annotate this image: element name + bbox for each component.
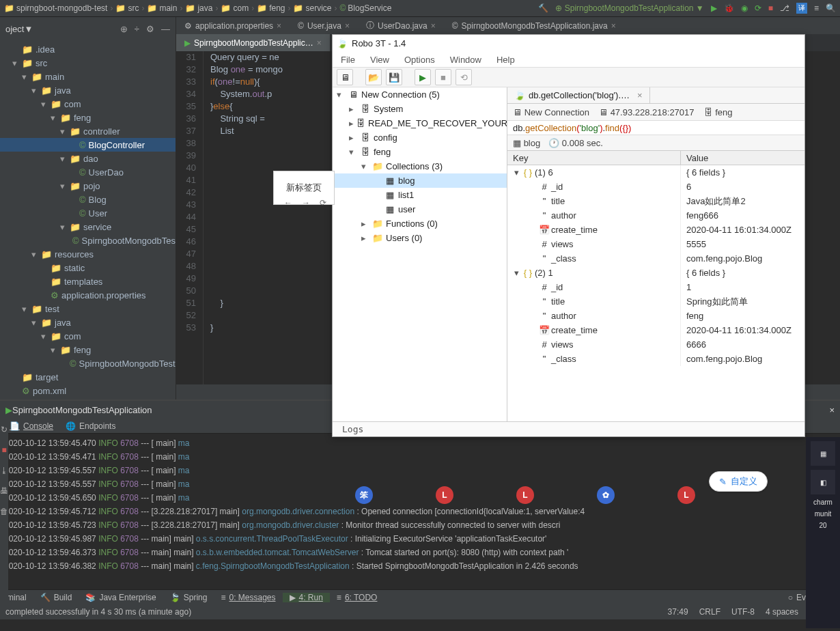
- project-item-com[interactable]: ▾📁com: [0, 329, 176, 343]
- editor-tab-user-java[interactable]: ©User.java×: [290, 17, 358, 34]
- project-item-application-properties[interactable]: ⚙application.properties: [0, 288, 176, 302]
- project-item-feng[interactable]: ▾📁feng: [0, 343, 176, 356]
- editor-tab-application-properties[interactable]: ⚙application.properties×: [176, 17, 290, 34]
- robo-tree-system[interactable]: ▸🗄System: [333, 102, 507, 116]
- project-item-test[interactable]: ▾📁test: [0, 302, 176, 316]
- btm-todo[interactable]: ≡ 6: TODO: [330, 593, 384, 602]
- project-item-static[interactable]: 📁static: [0, 261, 176, 275]
- shortcut-5[interactable]: L: [677, 486, 695, 504]
- shortcut-1[interactable]: 笨: [355, 486, 373, 504]
- run-config-selector[interactable]: ⊕ SpirngbootMongodbTestApplication ▼: [555, 3, 703, 13]
- project-item-controller[interactable]: ▾📁controller: [0, 124, 176, 138]
- project-item-java[interactable]: ▾📁java: [0, 316, 176, 329]
- breadcrumb-root[interactable]: 📁spirngboot-mongodb-test: [4, 3, 107, 13]
- robo3t-window[interactable]: 🍃 Robo 3T - 1.4 File View Options Window…: [332, 34, 805, 437]
- robo-connect-icon[interactable]: 🖥: [337, 69, 353, 85]
- robo-tree-list1[interactable]: ▦list1: [333, 188, 507, 202]
- project-item-blog[interactable]: ©Blog: [0, 193, 176, 206]
- robo-execute-icon[interactable]: ▶: [415, 69, 431, 85]
- doc-field-_id[interactable]: #_id6: [507, 180, 804, 194]
- project-item-pojo[interactable]: ▾📁pojo: [0, 179, 176, 193]
- project-item-user[interactable]: ©User: [0, 206, 176, 220]
- robo-tree-read_me_to_recover_your_-[interactable]: ▸🗄READ_ME_TO_RECOVER_YOUR_…: [333, 116, 507, 130]
- breadcrumb-file[interactable]: ©BlogService: [340, 3, 392, 13]
- btm-messages[interactable]: ≡ 0: Messages: [214, 593, 282, 602]
- robo-tree-user[interactable]: ▦user: [333, 202, 507, 216]
- customize-button[interactable]: ✎自定义: [709, 471, 768, 492]
- robo-conn-header[interactable]: ▾🖥New Connection (5): [333, 87, 507, 102]
- robo-query-editor[interactable]: db.getCollection('blog').find({}): [507, 120, 804, 135]
- rail-print-icon[interactable]: 🖶: [0, 486, 8, 496]
- robo-menu-options[interactable]: Options: [404, 55, 435, 65]
- project-item-templates[interactable]: 📁templates: [0, 275, 176, 288]
- btm-run[interactable]: ▶ 4: Run: [283, 593, 330, 602]
- project-tool-window[interactable]: oject ▼ ⊕ ÷ ⚙ — 📁.idea▾📁src▾📁main▾📁java▾…: [0, 17, 176, 399]
- rail-rerun-icon[interactable]: ↻: [1, 425, 8, 434]
- robo-tab-blog-query[interactable]: 🍃 db.getCollection('blog').… ×: [507, 87, 650, 103]
- project-item-service[interactable]: ▾📁service: [0, 220, 176, 234]
- project-item-spirngbootmongodbtest[interactable]: ©SpirngbootMongodbTest: [0, 356, 176, 370]
- robo-rotate-icon[interactable]: ⟲: [456, 69, 472, 85]
- collapse-icon[interactable]: —: [161, 24, 170, 34]
- project-item-spirngboot-mongodb-test-iml[interactable]: ⚙spirngboot-mongodb-test.iml: [0, 397, 176, 399]
- grid-header-key[interactable]: Key: [507, 151, 681, 165]
- breadcrumb-feng[interactable]: 📁feng: [257, 3, 285, 13]
- robo-open-icon[interactable]: 📂: [365, 69, 382, 85]
- robo-menu-view[interactable]: View: [370, 55, 389, 65]
- run-close-icon[interactable]: ×: [824, 405, 840, 415]
- todo-icon[interactable]: ≡: [814, 3, 819, 13]
- doc-field-views[interactable]: #views6666: [507, 337, 804, 352]
- profile-icon[interactable]: ⟳: [755, 3, 761, 13]
- project-item-com[interactable]: ▾📁com: [0, 97, 176, 111]
- breadcrumb-com[interactable]: 📁com: [221, 3, 249, 13]
- doc-field-author[interactable]: "authorfeng666: [507, 208, 804, 223]
- editor-tab-userdao-java[interactable]: ⓘUserDao.java×: [358, 17, 444, 34]
- status-eol[interactable]: CRLF: [694, 607, 726, 617]
- status-line-col[interactable]: 37:49: [662, 607, 694, 617]
- status-indent[interactable]: 4 spaces: [760, 607, 804, 617]
- close-icon[interactable]: ×: [633, 90, 643, 100]
- robo-menu-file[interactable]: File: [341, 55, 355, 65]
- shortcut-4[interactable]: ✿: [597, 486, 615, 504]
- robo-tree-feng[interactable]: ▾🗄feng: [333, 145, 507, 159]
- robo-tree-config[interactable]: ▸🗄config: [333, 130, 507, 145]
- robo-title-bar[interactable]: 🍃 Robo 3T - 1.4: [333, 35, 804, 52]
- project-item-java[interactable]: ▾📁java: [0, 83, 176, 97]
- taskbar-app-1[interactable]: ▦: [811, 441, 835, 466]
- robo-connection-tree[interactable]: ▾🖥New Connection (5) ▸🗄System▸🗄READ_ME_T…: [333, 87, 507, 421]
- doc-row[interactable]: ▾{ }(1) 6{ 6 fields }: [507, 165, 804, 180]
- coverage-icon[interactable]: ◉: [741, 3, 748, 13]
- breadcrumb-service[interactable]: 📁service: [293, 3, 331, 13]
- shortcut-3[interactable]: L: [516, 486, 534, 504]
- doc-field-create_time[interactable]: 📅create_time2020-04-11 16:01:34.000Z: [507, 323, 804, 337]
- project-item-resources[interactable]: ▾📁resources: [0, 247, 176, 261]
- doc-field-create_time[interactable]: 📅create_time2020-04-11 16:01:34.000Z: [507, 223, 804, 237]
- project-item-blogcontroller[interactable]: ©BlogController: [0, 138, 176, 152]
- console-output[interactable]: 2020-10-12 13:59:45.470 INFO 6708 --- [ …: [0, 434, 840, 589]
- project-item-pom-xml[interactable]: ⚙pom.xml: [0, 384, 176, 397]
- project-item-feng[interactable]: ▾📁feng: [0, 111, 176, 124]
- doc-field-author[interactable]: "authorfeng: [507, 309, 804, 323]
- rail-trash-icon[interactable]: 🗑: [0, 507, 8, 516]
- project-item-src[interactable]: ▾📁src: [0, 56, 176, 70]
- btm-spring[interactable]: 🍃 Spring: [163, 593, 214, 602]
- split-icon[interactable]: ÷: [135, 24, 139, 34]
- browser-fwd-icon[interactable]: →: [302, 198, 310, 208]
- robo-result-grid[interactable]: Key Value ▾{ }(1) 6{ 6 fields }#_id6"tit…: [507, 150, 804, 421]
- tab-endpoints[interactable]: 🌐Endpoints: [66, 421, 115, 431]
- grid-header-value[interactable]: Value: [681, 151, 804, 165]
- editor-tab-spirngbootmongodbtestapplication-java[interactable]: ©SpirngbootMongodbTestApplication.java×: [444, 17, 624, 34]
- project-item--idea[interactable]: 📁.idea: [0, 42, 176, 56]
- btm-build[interactable]: 🔨 Build: [33, 593, 79, 602]
- editor-tab-spirngbootmongodbtestapplic-[interactable]: ▶SpirngbootMongodbTestApplic…×: [176, 34, 330, 51]
- doc-field-_class[interactable]: "_classcom.feng.pojo.Blog: [507, 251, 804, 266]
- run-icon[interactable]: ▶: [711, 3, 717, 13]
- project-item-main[interactable]: ▾📁main: [0, 70, 176, 83]
- build-icon[interactable]: 🔨: [538, 3, 548, 13]
- stop-icon[interactable]: ■: [768, 3, 773, 13]
- doc-field-_id[interactable]: #_id1: [507, 280, 804, 294]
- robo-tree-users-0-[interactable]: ▸📁Users (0): [333, 231, 507, 245]
- tab-console[interactable]: 📄Console: [10, 421, 53, 431]
- vcs-icon[interactable]: ⎇: [780, 3, 789, 13]
- shortcut-2[interactable]: L: [436, 486, 453, 504]
